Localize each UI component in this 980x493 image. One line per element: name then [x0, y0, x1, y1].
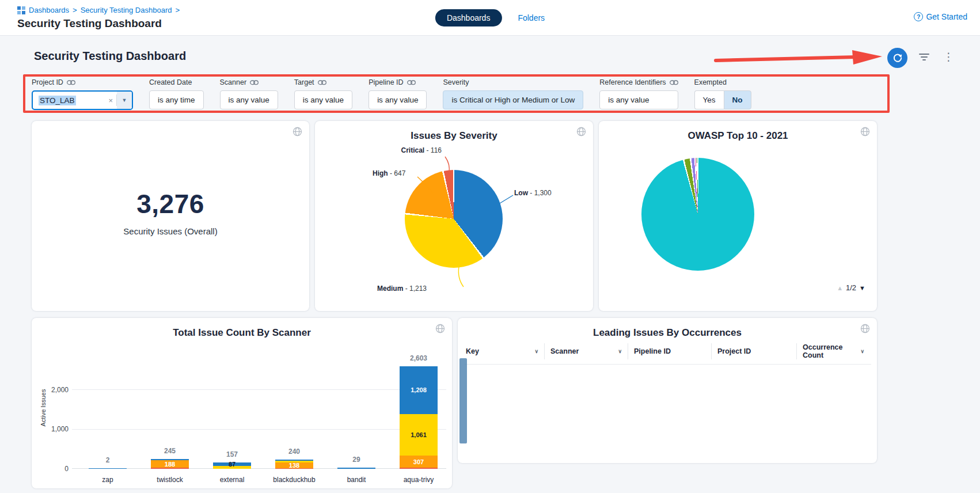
- security-issues-label: Security Issues (Overall): [123, 226, 217, 236]
- bar-zap[interactable]: [89, 468, 127, 469]
- help-icon: ?: [914, 12, 923, 21]
- kebab-menu-icon[interactable]: ⋮: [943, 51, 954, 63]
- dashboards-grid-icon: [17, 6, 25, 14]
- globe-icon: [435, 324, 445, 333]
- globe-icon: [860, 127, 870, 136]
- page-down-icon[interactable]: ▼: [859, 285, 865, 291]
- target-chip[interactable]: is any value: [294, 90, 352, 109]
- bar-segment-value: 138: [275, 462, 313, 469]
- bar-segment-high[interactable]: 188: [151, 460, 189, 468]
- severity-chip[interactable]: is Critical or High or Medium or Low: [443, 90, 583, 109]
- bar-external[interactable]: 87: [213, 462, 251, 469]
- owasp-pie-chart[interactable]: [641, 158, 754, 271]
- annotation-arrow: [713, 48, 886, 68]
- bar-blackduckhub[interactable]: 138: [275, 460, 313, 469]
- chevron-down-icon: ∨: [618, 348, 622, 354]
- bar-column-bandit: 29bandit: [325, 352, 388, 469]
- bar-total-label: 245: [139, 447, 201, 455]
- callout-low: Low - 1,300: [514, 189, 552, 197]
- filter-label: Severity: [443, 78, 469, 86]
- tab-dashboards[interactable]: Dashboards: [435, 9, 502, 26]
- link-icon: [670, 80, 678, 85]
- filter-label: Pipeline ID: [369, 78, 403, 86]
- filter-severity: Severity is Critical or High or Medium o…: [443, 78, 583, 109]
- dashboard-filters-icon[interactable]: [918, 54, 930, 63]
- card-issues-by-severity: Issues By Severity Critical - 116 High -…: [315, 121, 593, 311]
- pipeline-id-chip[interactable]: is any value: [369, 90, 427, 109]
- x-axis-label-blackduckhub: blackduckhub: [263, 476, 325, 484]
- reference-identifiers-chip[interactable]: is any value: [599, 90, 678, 109]
- clipped-content-strip: [459, 358, 467, 443]
- link-icon: [407, 80, 416, 85]
- page-indicator: 1/2: [846, 283, 856, 292]
- bar-segment-critical[interactable]: [151, 468, 189, 469]
- bar-segment-low[interactable]: [89, 468, 127, 469]
- filter-label: Scanner: [220, 78, 247, 86]
- bar-total-label: 2: [77, 456, 139, 464]
- chevron-down-icon: ∨: [860, 348, 864, 354]
- bar-column-twistlock: 245188twistlock: [139, 352, 201, 469]
- bar-total-label: 29: [325, 456, 388, 464]
- exempted-yes-button[interactable]: Yes: [694, 90, 724, 109]
- column-header-occurrence-count[interactable]: Occurrence Count∨: [796, 343, 870, 359]
- bar-segment-high[interactable]: 307: [400, 456, 438, 468]
- project-id-value: STO_LAB: [39, 96, 76, 105]
- scanner-chip[interactable]: is any value: [220, 90, 278, 109]
- bar-segment-high[interactable]: 138: [275, 462, 313, 468]
- clear-icon[interactable]: ×: [105, 96, 116, 105]
- bar-column-blackduckhub: 240138blackduckhub: [263, 352, 325, 469]
- bar-segment-low[interactable]: [337, 468, 375, 469]
- x-axis-label-external: external: [201, 476, 263, 484]
- dashboard-title: Security Testing Dashboard: [34, 50, 186, 63]
- column-header-scanner[interactable]: Scanner∨: [544, 343, 628, 359]
- page-up-icon[interactable]: ▲: [837, 285, 843, 291]
- bar-bandit[interactable]: [337, 468, 375, 469]
- refresh-icon: [892, 53, 903, 63]
- breadcrumb-link-dashboards[interactable]: Dashboards: [29, 6, 69, 14]
- breadcrumb-separator: >: [73, 6, 77, 14]
- globe-icon: [860, 324, 870, 333]
- get-started-link[interactable]: ? Get Started: [914, 12, 967, 21]
- dropdown-caret-icon[interactable]: ▼: [117, 92, 132, 109]
- tab-folders[interactable]: Folders: [518, 13, 545, 22]
- project-id-input[interactable]: STO_LAB × ▼: [32, 90, 133, 110]
- filter-pipeline-id: Pipeline ID is any value: [369, 78, 427, 109]
- bar-segment-low[interactable]: 1,208: [400, 366, 438, 414]
- filter-label: Created Date: [149, 78, 192, 86]
- owasp-pagination: ▲ 1/2 ▼: [837, 283, 865, 292]
- bar-segment-critical[interactable]: [400, 468, 438, 469]
- card-title: OWASP Top 10 - 2021: [599, 130, 877, 142]
- callout-high: High - 647: [373, 169, 405, 177]
- breadcrumb-link-current[interactable]: Security Testing Dashboard: [81, 6, 172, 14]
- created-date-chip[interactable]: is any time: [149, 90, 204, 109]
- filter-reference-identifiers: Reference Identifiers is any value: [599, 78, 678, 109]
- bar-twistlock[interactable]: 188: [151, 459, 189, 469]
- bar-segment-medium[interactable]: 1,061: [400, 414, 438, 456]
- card-owasp-top-10: OWASP Top 10 - 2021 ▲ 1/2 ▼: [599, 121, 877, 311]
- filter-label: Project ID: [32, 78, 63, 86]
- bar-segment-low[interactable]: 87: [213, 462, 251, 466]
- card-title: Total Issue Count By Scanner: [32, 327, 452, 339]
- bar-aqua-trivy[interactable]: 1,2081,061307: [400, 366, 438, 469]
- card-title: Leading Issues By Occurrences: [458, 327, 877, 339]
- callout-critical: Critical - 116: [384, 146, 442, 154]
- bar-column-aqua-trivy: 2,6031,2081,061307aqua-trivy: [388, 352, 450, 469]
- bar-segment-value: 1,061: [400, 431, 438, 438]
- column-header-project-id[interactable]: Project ID: [711, 343, 796, 359]
- column-header-pipeline-id[interactable]: Pipeline ID: [628, 343, 711, 359]
- x-axis-label-aqua-trivy: aqua-trivy: [388, 476, 450, 484]
- card-security-issues-overall: 3,276 Security Issues (Overall): [32, 121, 309, 311]
- security-issues-total: 3,276: [136, 188, 204, 219]
- severity-pie-chart[interactable]: [405, 170, 503, 268]
- get-started-label: Get Started: [926, 12, 967, 21]
- filter-label: Reference Identifiers: [599, 78, 666, 86]
- y-tick-2000: 2,000: [42, 386, 69, 394]
- exempted-no-button[interactable]: No: [724, 90, 751, 109]
- filter-target: Target is any value: [294, 78, 352, 109]
- bar-total-label: 240: [263, 448, 325, 456]
- column-header-key[interactable]: Key∨: [465, 343, 544, 359]
- y-tick-0: 0: [42, 465, 69, 473]
- chevron-down-icon: ∨: [534, 348, 538, 354]
- refresh-button[interactable]: [887, 48, 907, 68]
- filter-exempted: Exempted Yes No: [694, 78, 751, 109]
